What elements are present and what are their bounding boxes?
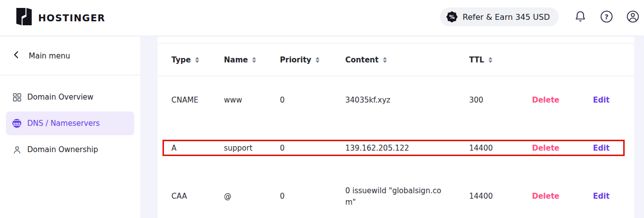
cell-content: 139.162.205.122 bbox=[345, 143, 469, 154]
column-header-priority[interactable]: Priority bbox=[280, 55, 345, 64]
notifications-bell-icon[interactable] bbox=[574, 10, 587, 23]
dns-icon: DNS bbox=[12, 119, 21, 128]
account-avatar-icon[interactable] bbox=[626, 10, 640, 23]
table-row: CAA @ 0 0 issuewild "globalsign.com" 144… bbox=[158, 172, 634, 218]
delete-button[interactable]: Delete bbox=[532, 96, 559, 105]
brand-wordmark: HOSTINGER bbox=[38, 12, 106, 23]
cell-type: CNAME bbox=[171, 95, 224, 106]
sidebar-item-label: Domain Overview bbox=[27, 93, 94, 102]
cell-name: @ bbox=[224, 191, 280, 202]
cell-content: 34035kf.xyz bbox=[345, 95, 469, 106]
column-header-type[interactable]: Type bbox=[171, 55, 224, 64]
refer-earn-button[interactable]: % Refer & Earn 345 USD bbox=[440, 7, 559, 26]
sort-icon[interactable] bbox=[316, 57, 320, 63]
edit-button[interactable]: Edit bbox=[593, 144, 609, 153]
card-top-rule bbox=[158, 37, 634, 44]
main-menu-label: Main menu bbox=[29, 52, 70, 60]
sort-icon[interactable] bbox=[195, 57, 199, 63]
column-header-ttl[interactable]: TTL bbox=[469, 55, 532, 64]
sort-icon[interactable] bbox=[383, 57, 387, 63]
sidebar-item-domain-overview[interactable]: Domain Overview bbox=[6, 85, 134, 109]
table-row-highlighted: A support 0 139.162.205.122 14400 Delete… bbox=[158, 124, 634, 172]
cell-content: 0 issuewild "globalsign.com" bbox=[345, 185, 469, 208]
help-icon[interactable]: ? bbox=[600, 10, 613, 23]
sidebar-item-label: DNS / Nameservers bbox=[27, 119, 100, 128]
person-icon bbox=[12, 145, 21, 154]
cell-name: www bbox=[224, 95, 280, 106]
column-header-content[interactable]: Content bbox=[345, 55, 469, 64]
cell-type: CAA bbox=[171, 191, 224, 202]
top-bar: HOSTINGER % Refer & Earn 345 USD ? bbox=[0, 0, 644, 36]
cell-priority: 0 bbox=[280, 143, 345, 154]
main-menu-back-button[interactable]: Main menu bbox=[0, 37, 140, 75]
cell-priority: 0 bbox=[280, 191, 345, 202]
grid-icon bbox=[12, 93, 21, 102]
sidebar: Main menu Domain Overview DNS DNS / Name… bbox=[0, 37, 140, 218]
percent-badge-icon: % bbox=[446, 11, 458, 23]
edit-button[interactable]: Edit bbox=[593, 96, 609, 105]
sidebar-item-label: Domain Ownership bbox=[27, 145, 98, 154]
refer-earn-label: Refer & Earn 345 USD bbox=[463, 12, 550, 22]
cell-ttl: 14400 bbox=[469, 143, 532, 154]
delete-button[interactable]: Delete bbox=[532, 192, 559, 201]
table-header-row: Type Name Priority Content TTL bbox=[158, 44, 634, 76]
sidebar-item-domain-ownership[interactable]: Domain Ownership bbox=[6, 138, 134, 162]
column-header-name[interactable]: Name bbox=[224, 55, 280, 64]
cell-priority: 0 bbox=[280, 95, 345, 106]
edit-button[interactable]: Edit bbox=[593, 192, 609, 201]
cell-name: support bbox=[224, 143, 280, 154]
cell-type: A bbox=[171, 143, 224, 154]
hostinger-logo[interactable]: HOSTINGER bbox=[16, 7, 106, 28]
sort-icon[interactable] bbox=[488, 57, 492, 63]
dns-records-card: Type Name Priority Content TTL CNAME www… bbox=[158, 37, 634, 218]
delete-button[interactable]: Delete bbox=[532, 144, 559, 153]
hostinger-logo-icon bbox=[16, 7, 32, 28]
sidebar-item-dns-nameservers[interactable]: DNS DNS / Nameservers bbox=[6, 111, 134, 135]
sort-icon[interactable] bbox=[252, 57, 256, 63]
cell-ttl: 14400 bbox=[469, 191, 532, 202]
chevron-left-icon bbox=[14, 51, 18, 60]
cell-ttl: 300 bbox=[469, 95, 532, 106]
help-question-glyph: ? bbox=[605, 13, 609, 21]
table-row: CNAME www 0 34035kf.xyz 300 Delete Edit bbox=[158, 76, 634, 124]
